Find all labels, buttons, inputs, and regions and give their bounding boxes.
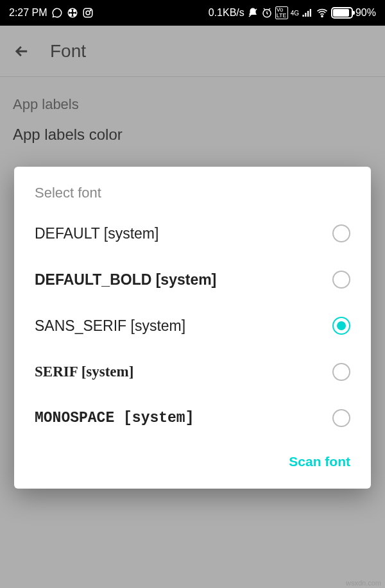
dialog-actions: Scan font [14, 441, 371, 476]
radio-icon [332, 271, 350, 289]
radio-icon [332, 363, 350, 381]
whatsapp-icon [51, 7, 63, 19]
font-option-default[interactable]: DEFAULT [system] [14, 210, 371, 256]
mute-icon [247, 7, 259, 19]
battery-percent: 90% [355, 7, 376, 19]
font-label: DEFAULT_BOLD [system] [35, 271, 216, 289]
svg-point-6 [86, 11, 90, 15]
font-option-default-bold[interactable]: DEFAULT_BOLD [system] [14, 256, 371, 303]
font-option-monospace[interactable]: MONOSPACE [system] [14, 395, 371, 441]
svg-point-7 [90, 10, 91, 11]
signal-icon [302, 7, 313, 19]
svg-point-0 [68, 8, 77, 17]
status-left: 2:27 PM [9, 7, 94, 19]
wifi-icon [316, 7, 329, 19]
font-option-sans-serif[interactable]: SANS_SERIF [system] [14, 303, 371, 349]
scan-font-button[interactable]: Scan font [289, 454, 350, 469]
font-option-serif[interactable]: SERIF [system] [14, 349, 371, 395]
font-select-dialog: Select font DEFAULT [system] DEFAULT_BOL… [14, 167, 371, 489]
instagram-icon [82, 7, 94, 19]
radio-icon-selected [332, 317, 350, 335]
radio-icon [332, 409, 350, 427]
svg-point-2 [73, 10, 75, 12]
volte-icon: VoLTE [275, 6, 288, 19]
dialog-title: Select font [14, 185, 371, 210]
watermark: wsxdn.com [346, 579, 381, 587]
status-bar: 2:27 PM 0.1KB/s VoLTE 4G 90% [0, 0, 385, 26]
alarm-icon [261, 7, 273, 19]
font-label: SANS_SERIF [system] [35, 317, 185, 335]
radio-icon [332, 224, 350, 242]
battery-fill [333, 9, 349, 17]
font-label: MONOSPACE [system] [35, 410, 194, 426]
svg-point-4 [73, 14, 75, 16]
svg-point-10 [321, 15, 323, 17]
svg-point-1 [69, 10, 71, 12]
status-time: 2:27 PM [9, 7, 47, 19]
font-label: DEFAULT [system] [35, 225, 158, 242]
app-icon [67, 7, 78, 19]
status-right: 0.1KB/s VoLTE 4G 90% [209, 6, 376, 19]
svg-point-3 [69, 14, 71, 16]
data-rate: 0.1KB/s [209, 7, 244, 19]
font-label: SERIF [system] [35, 364, 133, 380]
network-4g-icon: 4G [291, 10, 299, 17]
battery-icon [331, 7, 353, 19]
